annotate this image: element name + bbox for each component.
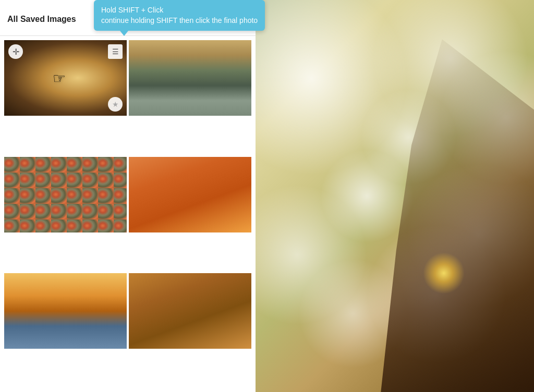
tooltip-line2: continue holding SHIFT then click the fi… (101, 16, 258, 26)
list-item[interactable] (129, 157, 251, 232)
list-item[interactable] (129, 273, 251, 349)
left-panel: All Saved Images Hold SHIFT + Click cont… (0, 0, 256, 392)
left-header: All Saved Images Hold SHIFT + Click cont… (0, 0, 256, 36)
image-preview (256, 0, 534, 392)
image-grid: ✛ ☰ ☞ ★ (0, 36, 256, 392)
move-icon[interactable]: ✛ (8, 44, 23, 59)
list-item[interactable]: ✛ ☰ ☞ ★ (4, 40, 127, 116)
right-panel (256, 0, 534, 392)
shift-click-tooltip: Hold SHIFT + Click continue holding SHIF… (94, 0, 265, 31)
sunset-image (4, 273, 127, 349)
list-item[interactable] (4, 157, 127, 232)
cursor-hand-icon: ☞ (53, 69, 66, 87)
menu-icon[interactable]: ☰ (108, 44, 123, 59)
list-item[interactable] (4, 273, 127, 349)
fallen-leaves-image (129, 273, 251, 349)
pumpkins-orange-image (129, 157, 251, 232)
tooltip-line1: Hold SHIFT + Click (101, 5, 258, 16)
list-item[interactable] (129, 40, 251, 116)
tooltip-wrapper: Hold SHIFT + Click continue holding SHIF… (94, 0, 265, 31)
cell-overlay-1: ✛ ☰ ☞ ★ (4, 40, 127, 116)
page-title: All Saved Images (7, 15, 76, 24)
star-icon[interactable]: ★ (108, 97, 123, 112)
pumpkins-mixed-image (4, 157, 127, 232)
canal-image (129, 40, 251, 116)
sun-glow (423, 252, 465, 294)
